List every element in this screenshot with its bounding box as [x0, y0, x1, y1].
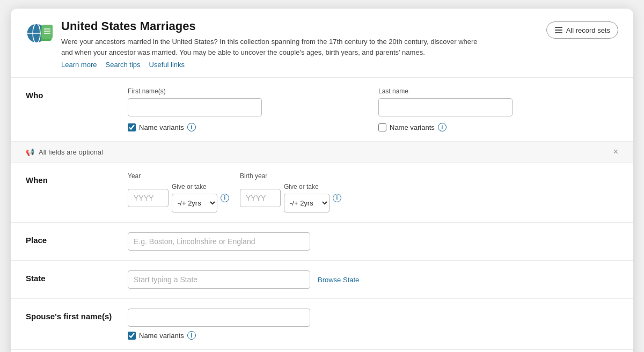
- who-inputs: First name(s) Name variants i Last name: [128, 87, 618, 131]
- birth-give-take-label: Give or take: [284, 183, 330, 190]
- useful-links-link[interactable]: Useful links: [149, 61, 185, 69]
- state-content: Browse State: [128, 270, 618, 289]
- state-input[interactable]: [128, 270, 310, 289]
- last-name-input[interactable]: [378, 98, 513, 116]
- when-section: When Year Give or take -/+ 1yr -/+ 2yrs: [11, 163, 633, 223]
- header-text: United States Marriages Were your ancest…: [61, 19, 480, 69]
- header-links: Learn more Search tips Useful links: [61, 61, 480, 69]
- form-body: Who First name(s) Name variants i Last n…: [11, 78, 633, 352]
- notice-close-button[interactable]: ×: [613, 147, 618, 157]
- spouse-first-variants-row: Name variants i: [128, 331, 618, 340]
- who-section: Who First name(s) Name variants i Last n…: [11, 78, 633, 142]
- notice-icon: 📢: [26, 148, 34, 156]
- birth-year-info-icon[interactable]: i: [333, 194, 341, 202]
- first-name-label: First name(s): [128, 87, 368, 95]
- year-info-icon[interactable]: i: [221, 194, 229, 202]
- spouse-first-content: Name variants i: [128, 309, 618, 340]
- last-name-wrap: Last name Name variants i: [378, 87, 618, 131]
- give-take-group: Give or take -/+ 1yr -/+ 2yrs -/+ 5yrs -…: [172, 183, 217, 212]
- spouse-first-input[interactable]: [128, 309, 310, 327]
- place-input[interactable]: [128, 232, 310, 251]
- page-description: Were your ancestors married in the Unite…: [61, 36, 480, 57]
- spouse-first-label: Spouse's first name(s): [26, 309, 128, 321]
- browse-state-link[interactable]: Browse State: [318, 276, 359, 284]
- main-window: United States Marriages Were your ancest…: [11, 9, 633, 352]
- birth-give-take-select[interactable]: -/+ 1yr -/+ 2yrs -/+ 5yrs -/+ 10yrs: [284, 194, 330, 212]
- last-name-variants-label: Name variants: [390, 123, 435, 131]
- header-left: United States Marriages Were your ancest…: [26, 19, 480, 69]
- birth-give-take-group: Give or take -/+ 1yr -/+ 2yrs -/+ 5yrs -…: [284, 183, 330, 212]
- spouse-first-variants-label: Name variants: [139, 332, 184, 340]
- first-name-input[interactable]: [128, 98, 262, 116]
- last-name-label: Last name: [378, 87, 618, 95]
- header: United States Marriages Were your ancest…: [11, 9, 633, 78]
- year-group: Year Give or take -/+ 1yr -/+ 2yrs -/+ 5…: [128, 172, 229, 212]
- birth-year-label: Birth year: [240, 172, 341, 180]
- first-name-variants-label: Name variants: [139, 123, 184, 131]
- search-tips-link[interactable]: Search tips: [105, 61, 140, 69]
- year-label: Year: [128, 172, 229, 180]
- last-name-variants-row: Name variants i: [378, 123, 618, 131]
- state-label: State: [26, 270, 128, 283]
- last-name-variants-checkbox[interactable]: [378, 123, 386, 131]
- when-label: When: [26, 172, 128, 185]
- list-icon: [554, 26, 563, 34]
- who-label: Who: [26, 87, 128, 100]
- who-content: First name(s) Name variants i Last name: [128, 87, 618, 131]
- svg-rect-11: [555, 32, 562, 33]
- give-take-label: Give or take: [172, 183, 217, 190]
- collection-icon: [26, 19, 54, 47]
- notice-bar-left: 📢 All fields are optional: [26, 148, 103, 156]
- notice-bar: 📢 All fields are optional ×: [11, 142, 633, 163]
- spouse-first-variants-checkbox[interactable]: [128, 332, 136, 340]
- place-label: Place: [26, 232, 128, 245]
- year-input[interactable]: [128, 189, 169, 207]
- birth-year-inputs: Give or take -/+ 1yr -/+ 2yrs -/+ 5yrs -…: [240, 183, 341, 212]
- birth-year-input[interactable]: [240, 189, 281, 207]
- first-name-variants-checkbox[interactable]: [128, 123, 136, 131]
- state-row: Browse State: [128, 270, 618, 289]
- svg-rect-9: [555, 27, 562, 28]
- place-section: Place: [11, 223, 633, 261]
- place-content: [128, 232, 618, 251]
- first-name-wrap: First name(s) Name variants i: [128, 87, 368, 131]
- last-name-variants-info-icon[interactable]: i: [438, 123, 447, 131]
- notice-text: All fields are optional: [39, 148, 103, 156]
- spouse-first-variants-info-icon[interactable]: i: [187, 331, 196, 340]
- all-record-sets-button[interactable]: All record sets: [546, 21, 618, 39]
- birth-year-group: Birth year Give or take -/+ 1yr -/+ 2yrs…: [240, 172, 341, 212]
- when-content: Year Give or take -/+ 1yr -/+ 2yrs -/+ 5…: [128, 172, 618, 212]
- first-name-variants-row: Name variants i: [128, 123, 368, 131]
- spouse-first-section: Spouse's first name(s) Name variants i: [11, 299, 633, 350]
- give-take-select[interactable]: -/+ 1yr -/+ 2yrs -/+ 5yrs -/+ 10yrs: [172, 194, 217, 212]
- spouse-last-section: Spouse's last name Name variants i: [11, 350, 633, 352]
- svg-rect-5: [42, 25, 53, 39]
- state-section: State Browse State: [11, 261, 633, 299]
- first-name-variants-info-icon[interactable]: i: [187, 123, 196, 131]
- when-group: Year Give or take -/+ 1yr -/+ 2yrs -/+ 5…: [128, 172, 618, 212]
- learn-more-link[interactable]: Learn more: [61, 61, 97, 69]
- svg-rect-10: [555, 30, 562, 31]
- page-title: United States Marriages: [61, 19, 480, 33]
- year-inputs: Give or take -/+ 1yr -/+ 2yrs -/+ 5yrs -…: [128, 183, 229, 212]
